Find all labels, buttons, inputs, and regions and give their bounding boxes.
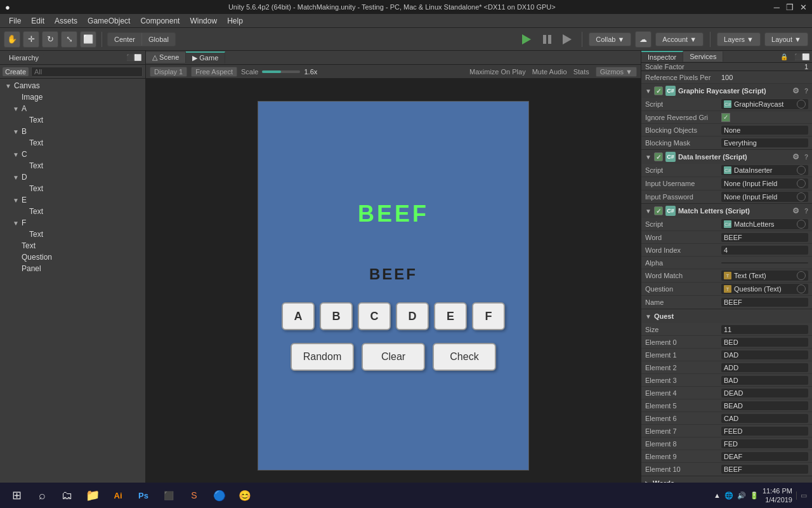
gr-mask-value[interactable]: Everything bbox=[721, 138, 808, 147]
gizmos-button[interactable]: Gizmos ▼ bbox=[596, 67, 637, 77]
menu-component[interactable]: Component bbox=[135, 15, 185, 27]
random-button[interactable]: Random bbox=[291, 343, 354, 371]
h-image[interactable]: Image bbox=[0, 91, 145, 103]
h-a[interactable]: ▼A bbox=[0, 103, 145, 114]
di-script-ref[interactable]: C# DataInserter bbox=[721, 165, 808, 175]
global-button[interactable]: Global bbox=[142, 33, 175, 46]
start-button[interactable]: ⊞ bbox=[5, 484, 28, 507]
stats-button[interactable]: Stats bbox=[573, 68, 589, 76]
q-el10-value[interactable]: BEEF bbox=[721, 465, 808, 474]
ml-info-icon[interactable]: ? bbox=[804, 208, 808, 215]
network-icon[interactable]: 🌐 bbox=[724, 491, 733, 500]
illustrator-icon[interactable]: Ai bbox=[107, 484, 129, 507]
center-button[interactable]: Center bbox=[108, 33, 142, 46]
ml-question-ref[interactable]: T Question (Text) bbox=[721, 284, 808, 294]
letter-btn-c[interactable]: C bbox=[358, 302, 391, 330]
graphic-raycaster-header[interactable]: ▼ ✓ C# Graphic Raycaster (Script) ⚙ ? bbox=[641, 84, 812, 98]
maximize-on-play[interactable]: Maximize On Play bbox=[469, 68, 526, 76]
ml-question-circle[interactable] bbox=[797, 284, 806, 293]
di-username-ref[interactable]: None (Input Field bbox=[721, 178, 808, 189]
di-ref-circle[interactable] bbox=[797, 166, 806, 175]
menu-assets[interactable]: Assets bbox=[49, 15, 82, 27]
data-inserter-header[interactable]: ▼ ✓ C# Data Inserter (Script) ⚙ ? bbox=[641, 150, 812, 164]
task-view-button[interactable]: 🗂 bbox=[56, 484, 79, 507]
menu-help[interactable]: Help bbox=[222, 15, 248, 27]
settings-icon[interactable]: ⚙ bbox=[792, 86, 799, 95]
inspector-lock[interactable]: 🔒 bbox=[776, 53, 792, 60]
gr-script-ref[interactable]: C# GraphicRaycast bbox=[721, 99, 808, 109]
ml-script-ref[interactable]: C# MatchLetters bbox=[721, 219, 808, 229]
volume-icon[interactable]: 🔊 bbox=[737, 491, 746, 500]
unity-taskbar-icon[interactable]: ⬛ bbox=[157, 484, 180, 507]
move-tool[interactable]: ✛ bbox=[23, 31, 39, 48]
match-letters-header[interactable]: ▼ ✓ C# Match Letters (Script) ⚙ ? bbox=[641, 204, 812, 218]
close-button[interactable]: ✕ bbox=[800, 3, 807, 12]
h-d[interactable]: ▼D bbox=[0, 171, 145, 183]
menu-window[interactable]: Window bbox=[185, 15, 222, 27]
q-el0-value[interactable]: BED bbox=[721, 338, 808, 347]
file-explorer-icon[interactable]: 📁 bbox=[81, 484, 104, 507]
step-button[interactable] bbox=[559, 31, 575, 48]
ref-circle[interactable] bbox=[797, 100, 806, 109]
h-b-text[interactable]: Text bbox=[0, 137, 145, 149]
h-text[interactable]: Text bbox=[0, 240, 145, 251]
hierarchy-tab[interactable]: Hierarchy bbox=[4, 53, 44, 63]
play-button[interactable] bbox=[518, 31, 535, 48]
cloud-button[interactable]: ☁ bbox=[635, 31, 652, 48]
game-tab[interactable]: ▶ Game bbox=[186, 51, 225, 64]
display-selector[interactable]: Display 1 bbox=[150, 67, 187, 77]
sublime-icon[interactable]: S bbox=[183, 484, 206, 507]
chrome-icon[interactable]: 🔵 bbox=[208, 484, 231, 507]
ml-wordindex-value[interactable]: 4 bbox=[721, 246, 808, 255]
h-c-text[interactable]: Text bbox=[0, 160, 145, 171]
services-tab[interactable]: Services bbox=[683, 51, 723, 62]
h-b[interactable]: ▼B bbox=[0, 126, 145, 137]
h-e-text[interactable]: Text bbox=[0, 206, 145, 217]
extra-icon[interactable]: 😊 bbox=[233, 484, 256, 507]
q-el4-value[interactable]: DEAD bbox=[721, 389, 808, 398]
battery-icon[interactable]: 🔋 bbox=[750, 491, 759, 500]
h-f-text[interactable]: Text bbox=[0, 229, 145, 240]
account-button[interactable]: Account ▼ bbox=[655, 32, 704, 46]
info-icon[interactable]: ? bbox=[804, 88, 808, 95]
q-el5-value[interactable]: BEAD bbox=[721, 401, 808, 410]
ml-enabled[interactable]: ✓ bbox=[654, 206, 663, 215]
pause-button[interactable] bbox=[539, 31, 555, 48]
photoshop-icon[interactable]: Ps bbox=[132, 484, 155, 507]
ml-wordmatch-ref[interactable]: T Text (Text) bbox=[721, 271, 808, 281]
scale-slider[interactable] bbox=[262, 70, 300, 73]
component-enabled-checkbox[interactable]: ✓ bbox=[654, 86, 663, 95]
q-el3-value[interactable]: BAD bbox=[721, 376, 808, 385]
h-a-text[interactable]: Text bbox=[0, 114, 145, 126]
ml-word-value[interactable]: BEEF bbox=[721, 233, 808, 242]
h-panel[interactable]: Panel bbox=[0, 263, 145, 274]
menu-edit[interactable]: Edit bbox=[26, 15, 49, 27]
h-question[interactable]: Question bbox=[0, 251, 145, 263]
di-password-circle[interactable] bbox=[797, 192, 806, 201]
di-enabled[interactable]: ✓ bbox=[654, 152, 663, 161]
h-e[interactable]: ▼E bbox=[0, 194, 145, 206]
hand-tool[interactable]: ✋ bbox=[4, 31, 20, 48]
ml-ref-circle[interactable] bbox=[797, 220, 806, 229]
letter-btn-f[interactable]: F bbox=[472, 302, 505, 330]
collab-button[interactable]: Collab ▼ bbox=[589, 32, 631, 46]
h-c[interactable]: ▼C bbox=[0, 149, 145, 160]
h-canvas[interactable]: ▼Canvas bbox=[0, 80, 145, 91]
q-el6-value[interactable]: CAD bbox=[721, 414, 808, 423]
menu-gameobject[interactable]: GameObject bbox=[82, 15, 135, 27]
maximize-button[interactable]: ❒ bbox=[786, 3, 794, 12]
ml-wordmatch-circle[interactable] bbox=[797, 271, 806, 280]
quest-header[interactable]: ▼ Quest bbox=[641, 309, 812, 323]
inspector-options[interactable]: ⬛⬜ bbox=[792, 53, 812, 60]
ml-name-value[interactable]: BEEF bbox=[721, 298, 808, 307]
letter-btn-e[interactable]: E bbox=[434, 302, 467, 330]
rotate-tool[interactable]: ↻ bbox=[42, 31, 58, 48]
taskbar-clock[interactable]: 11:46 PM 1/4/2019 bbox=[763, 486, 792, 505]
aspect-selector[interactable]: Free Aspect bbox=[191, 67, 237, 77]
minimize-button[interactable]: ─ bbox=[774, 3, 780, 12]
mute-audio[interactable]: Mute Audio bbox=[532, 68, 567, 76]
gr-blocking-value[interactable]: None bbox=[721, 126, 808, 135]
rect-tool[interactable]: ⬜ bbox=[80, 31, 96, 48]
q-el9-value[interactable]: DEAF bbox=[721, 452, 808, 461]
hierarchy-search[interactable] bbox=[31, 67, 143, 77]
